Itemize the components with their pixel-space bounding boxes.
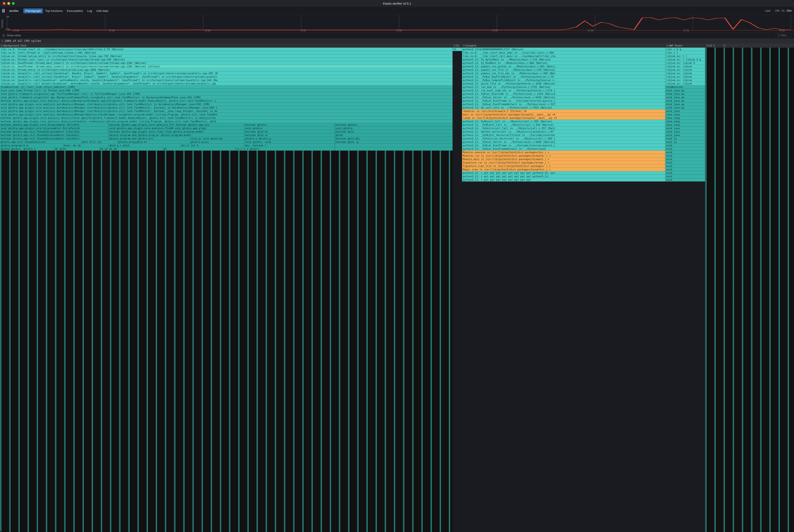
- flame-frame[interactable]: Magic.scan in /usr/lib/python3/dist-pack…: [462, 168, 665, 171]
- flame-frame[interactable]: libc.so.6: __libc_start_main_impl in ../…: [462, 51, 665, 55]
- flame-frame[interactable]: bo.il int b: [181, 144, 245, 147]
- flame-frame[interactable]: java.lang: [665, 120, 705, 123]
- flame-frame[interactable]: python3.11: _PyVectorcall_Call in ../Obj…: [462, 127, 665, 130]
- flame-frame[interactable]: void ghidra.app.plugin.core.analysis.Aut…: [0, 110, 453, 113]
- flame-frame[interactable]: ghidr: [335, 133, 453, 137]
- flame-frame[interactable]: python3.11: method_vectorcall in ../Obje…: [462, 130, 665, 133]
- time-range-15m[interactable]: 15m: [787, 9, 792, 12]
- flame-frame[interactable]: boolean ghid ghi: [335, 137, 453, 140]
- flame-frame[interactable]: [335, 147, 453, 151]
- flame-frame[interactable]: void: [665, 164, 705, 168]
- flame-frame[interactable]: python3.11: _PyEval_EvalFrame in ../Incl…: [462, 99, 665, 102]
- column-st[interactable]: St: [453, 43, 462, 48]
- flame-frame[interactable]: libc.s l: [665, 51, 705, 55]
- flame-frame[interactable]: void java.aw: [665, 89, 705, 92]
- flame-frame[interactable]: void ghidra.app.plugin.core.analysis.Aut…: [0, 106, 453, 110]
- flame-frame[interactable]: void java: [665, 130, 705, 133]
- flame-frame[interactable]: runme in /usr/lib/python3/dist-packages/…: [462, 116, 665, 120]
- flame-frame[interactable]: ghidra.program.mod ghidra.pro: [109, 137, 190, 140]
- flame-frame[interactable]: gh: [163, 147, 235, 151]
- flame-frame[interactable]: boolean ghidra.: [244, 123, 335, 127]
- flame-frame[interactable]: libjvm.so: libjvm: [665, 75, 705, 78]
- flame-frame[interactable]: ghidra.prog|ghid bl: [118, 140, 190, 144]
- flame-frame[interactable]: void ja: [665, 140, 705, 144]
- flame-frame[interactable]: void java.aw: [665, 99, 705, 102]
- flame-frame[interactable]: python3.11: _PyEval_EvalFrame in ../Incl…: [462, 144, 665, 147]
- flame-frame[interactable]: ghidra.program.mod ghidra.prog.pr ghidra…: [109, 133, 244, 137]
- nav-add-data[interactable]: Add data: [94, 8, 110, 13]
- expand-icon[interactable]: [454, 45, 455, 46]
- flame-frame[interactable]: void java: [665, 110, 705, 113]
- spark-chart[interactable]: 20 17:2417:2517:2617:2717:2817:2917:3017…: [4, 15, 794, 32]
- flame-frame[interactable]: libjvm.so: JavaCalls::call(JavaValue*, m…: [0, 78, 453, 82]
- flame-frame[interactable]: boolean ghidra.: [335, 123, 453, 127]
- expand-icon[interactable]: [706, 45, 708, 46]
- flame-frame[interactable]: void java.aw: [665, 106, 705, 110]
- flame-frame[interactable]: boolean ghid. g: [335, 140, 453, 144]
- flame-frame[interactable]: python3.11: _PyEval_Vector in ../Python/…: [462, 96, 665, 99]
- flame-frame[interactable]: python3.11: pyrun_file in ../Python/pyth…: [462, 82, 665, 86]
- flame-frame[interactable]: libjvm.so: libjvm: [665, 65, 705, 68]
- expand-icon[interactable]: [723, 45, 725, 46]
- flame-frame[interactable]: ghidra.program.m.d.: [0, 144, 63, 147]
- flame-frame[interactable]: void ghidra. void: [244, 140, 335, 144]
- close-icon[interactable]: [3, 2, 5, 5]
- time-range-1h[interactable]: 1h: [781, 9, 784, 12]
- flame-frame[interactable]: void: [665, 144, 705, 147]
- flame-frame[interactable]: void ghidra.: [244, 127, 335, 130]
- flame-frame[interactable]: python3.11: run_mod in ../Python/pythonr…: [462, 86, 665, 89]
- flame-frame[interactable]: boolean ghidra.app.util.PseudoDisassembl…: [0, 133, 109, 137]
- flame-frame[interactable]: java.lang: [665, 113, 705, 116]
- zoom-icon[interactable]: [12, 2, 15, 5]
- flame-frame[interactable]: void ghidra.app.plugin.core.analysis.Aut…: [0, 102, 453, 106]
- expand-icon[interactable]: [1, 45, 3, 46]
- flame-frame[interactable]: vo.v v v ghidra.: [235, 147, 335, 151]
- flame-frame[interactable]: libjvm.so: thread_entry in src/hotspot/s…: [0, 68, 453, 72]
- flame-frame[interactable]: void java.aw: [665, 96, 705, 99]
- flame-frame[interactable]: void ghidra.: [335, 127, 453, 130]
- flame-frame[interactable]: Module.main in /usr/lib/python3/dist-pac…: [462, 157, 665, 161]
- flame-frame[interactable]: Signature.run in /usr/lib/python3/dist-p…: [462, 161, 665, 164]
- flame-frame[interactable]: boolean ghidra.app.plugin.core.clear.Cle…: [109, 130, 244, 133]
- flame-frame[interactable]: libjvm.so: JavaCalls::call_virtual(JavaV…: [0, 72, 453, 75]
- flame-frame[interactable]: python3.11: _PyEval_Vector in ../Python/…: [462, 140, 665, 144]
- flame-frame[interactable]: Signature.scan_file in /usr/lib/python3/…: [462, 164, 665, 168]
- column-misc[interactable]: [722, 43, 794, 48]
- flame-frame[interactable]: python3.11: _PyEval_EvalFrameDefault in …: [462, 147, 665, 151]
- flame-frame[interactable]: void: [665, 154, 705, 157]
- flame-frame[interactable]: boolean ghid bo: [244, 130, 335, 133]
- flame-frame[interactable]: python3.11: _PyRun_AnyFileObject in ../P…: [462, 75, 665, 78]
- flame-frame[interactable]: libjvm.so: thread_native_entry in src/ho…: [0, 55, 453, 58]
- flame-frame[interactable]: void ghidra.app.plugin.core.disassembler…: [0, 127, 109, 130]
- nav-executables[interactable]: Executables: [65, 8, 85, 13]
- flame-frame[interactable]: Modules.run in /usr/lib/python3/dist-pac…: [462, 154, 665, 157]
- flame-frame[interactable]: libjvm.so: JavaThread::thread_main_inner…: [0, 65, 453, 68]
- flame-frame[interactable]: java.lang: [665, 123, 705, 127]
- flame-frame[interactable]: Modules.execute in /usr/lib/python3/dist…: [462, 151, 665, 154]
- flamegraph[interactable]: libc.so.6: thread_start in ../sysdeps/un…: [0, 48, 794, 532]
- flame-frame[interactable]: void java: [665, 127, 705, 130]
- flame-frame[interactable]: python3.11: PyObject_Call in ../Objects/…: [462, 120, 665, 123]
- flame-frame[interactable]: python3.11: c pyt pyt pyt pyt pyt pyt py…: [462, 178, 665, 182]
- flame-frame[interactable]: libjvm.so: libjvm: [665, 82, 705, 86]
- flame-frame[interactable]: void: [665, 151, 705, 154]
- flame-frame[interactable]: ghid g.c ghid.: [109, 144, 181, 147]
- column-binwalk[interactable]: binwalk: [462, 43, 665, 48]
- flame-frame[interactable]: boolean ghidra.app.plugin.core.analysis.…: [0, 120, 453, 123]
- flame-frame[interactable]: void ja: [665, 137, 705, 140]
- flame-frame[interactable]: boolean ghidra.app.util.PseudoDisassembl…: [0, 130, 109, 133]
- flame-frame[interactable]: python3.11: Py_RunMain in ../Modules/mai…: [462, 61, 665, 65]
- flame-frame[interactable]: python3.11: c pyt pyt pyt pyt pyt pyt py…: [462, 175, 665, 178]
- flame-frame[interactable]: gh ghid.: [54, 147, 100, 151]
- flame-frame[interactable]: StubRoutines (1) [call_stub_return_addre…: [0, 86, 453, 89]
- flame-frame[interactable]: libjvm.so: Thread::call_run() in src/hot…: [0, 58, 453, 61]
- flame-frame[interactable]: libc.so.6: start_thread in ./nptl/pthrea…: [0, 51, 453, 55]
- flame-frame[interactable]: boolean ghidra.app.plugin.core.disassemb…: [0, 123, 109, 127]
- flame-frame[interactable]: java.lang: [665, 116, 705, 120]
- flame-frame[interactable]: bo|. boolean t: [244, 144, 335, 147]
- flame-frame[interactable]: boolean ghidra.app.plugin.core.analysis.…: [109, 123, 244, 127]
- flame-frame[interactable]: libjvm.so: JavaCalls::call_helper(JavaVa…: [0, 82, 453, 86]
- flame-frame[interactable]: void: [665, 168, 705, 171]
- flame-frame[interactable]: <module> in /usr/bin/binwalk:3 [Python] …: [462, 110, 665, 113]
- flame-frame[interactable]: void: [665, 161, 705, 164]
